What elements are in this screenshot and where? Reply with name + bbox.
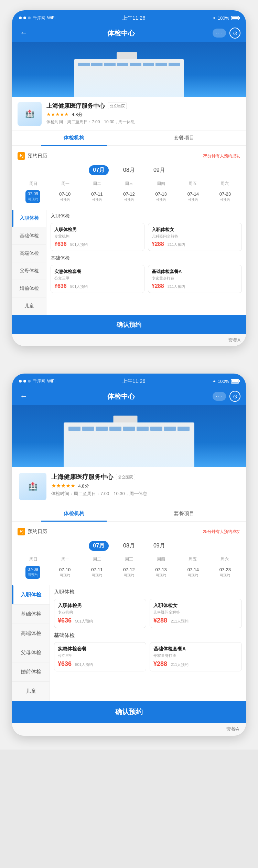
- cat-wedding-2[interactable]: 婚前体检: [12, 662, 50, 682]
- month-tab-07-2[interactable]: 07月: [89, 541, 109, 551]
- pkg-card-basic-1[interactable]: 基础体检套餐A 专家量身打造 ¥288 211人预约: [148, 265, 242, 293]
- month-tabs-1: 07月 08月 09月: [12, 163, 246, 178]
- cat-employment-1[interactable]: 入职体检: [12, 210, 46, 227]
- pkg-card-value-2[interactable]: 实惠体检套餐 公立三甲 ¥636 501人预约: [54, 642, 146, 671]
- month-tab-07-1[interactable]: 07月: [89, 165, 109, 175]
- day-0714-1[interactable]: 07-14 可预约: [178, 189, 208, 205]
- day-0710-1[interactable]: 07-10 可预约: [50, 189, 80, 205]
- appt-notice-1: 25分钟有人预约成功: [203, 153, 240, 159]
- battery-icon-1: [231, 16, 239, 20]
- month-tab-08-1[interactable]: 08月: [119, 165, 139, 175]
- cat-wedding-1[interactable]: 婚前体检: [12, 280, 46, 297]
- pkg-desc-value-1: 公立三甲: [54, 276, 141, 281]
- pkg-price-female-2: ¥288: [153, 617, 167, 624]
- appt-label-1: 预约日历: [28, 153, 47, 159]
- partial-row-1: 套餐A: [12, 334, 246, 346]
- carrier-label-2: 千库网: [33, 378, 45, 384]
- cat-basic-1[interactable]: 基础体检: [12, 227, 46, 245]
- pkg-name-female-1: 入职体检女: [152, 227, 238, 233]
- pkg-price-row-female-2: ¥288 211人预约: [153, 617, 238, 624]
- hospital-name-row-1: 上海健康医疗服务中心 公立医院: [46, 102, 240, 110]
- wh-sat-1: 周六: [208, 181, 240, 187]
- pkg-price-row-value-2: ¥636 501人预约: [58, 660, 142, 668]
- cat-parent-1[interactable]: 父母体检: [12, 262, 46, 280]
- hospital-info-2: 上海健康医疗服务中心 公立医院 ★★★★★ 4.8分 体检时间：周二至周日：7:…: [51, 473, 239, 497]
- menu-dots-1[interactable]: ···: [213, 29, 226, 38]
- cat-children-1[interactable]: 儿童: [12, 297, 46, 315]
- tab-institution-1[interactable]: 体检机构: [19, 130, 129, 145]
- day-0709-1[interactable]: 07-09 可预约: [18, 189, 48, 205]
- wh-mon-2: 周一: [50, 556, 82, 562]
- wh-thu-1: 周四: [145, 181, 177, 187]
- menu-dots-2[interactable]: ···: [213, 392, 226, 401]
- cat-children-2[interactable]: 儿童: [12, 682, 50, 701]
- packages-content-1: 入职体检 入职体检男 专业机构 ¥636 501人预约 入职体检女 儿科疑问全解…: [46, 210, 246, 315]
- pkg-count-basic-2: 211人预约: [171, 662, 189, 667]
- confirm-button-1[interactable]: 确认预约: [12, 315, 246, 334]
- tab-packages-2[interactable]: 套餐项目: [129, 506, 239, 521]
- day-0713-2[interactable]: 07-13 可预约: [146, 564, 176, 581]
- day-0723-2[interactable]: 07-23 可预约: [210, 564, 240, 581]
- battery-icon-2: [231, 379, 239, 384]
- tab-packages-1[interactable]: 套餐项目: [129, 130, 239, 145]
- nav-bar-1: ← 体检中心 ··· ⊙: [12, 24, 246, 42]
- section-tabs-1: 体检机构 套餐项目: [12, 130, 246, 146]
- carrier-label-1: 千库网: [33, 15, 45, 21]
- month-tab-08-2[interactable]: 08月: [119, 541, 139, 551]
- wh-wed-1: 周三: [113, 181, 145, 187]
- thumb-inner-1: 🏥: [18, 102, 42, 126]
- day-0711-2[interactable]: 07-11 可预约: [82, 564, 112, 581]
- pkg-card-male-2[interactable]: 入职体检男 专业机构 ¥636 501人预约: [54, 599, 146, 628]
- day-0714-2[interactable]: 07-14 可预约: [178, 564, 208, 581]
- pkg-desc-male-2: 专业机构: [58, 610, 142, 615]
- category-list-1: 入职体检 基础体检 高端体检 父母体检 婚前体检 儿童: [12, 210, 46, 315]
- month-tab-09-2[interactable]: 09月: [149, 541, 169, 551]
- pkg-desc-male-1: 专业机构: [54, 234, 141, 239]
- pkg-card-male-1[interactable]: 入职体检男 专业机构 ¥636 501人预约: [51, 223, 144, 251]
- signal-dot-1: [19, 17, 22, 19]
- packages-content-2: 入职体检 入职体检男 专业机构 ¥636 501人预约 入职体检女 儿科疑问全解…: [50, 585, 246, 701]
- week-days-2: 07-09 可预约 07-10 可预约 07-11 可预约: [18, 564, 240, 581]
- building-bg-2: [12, 405, 246, 467]
- pkg-card-value-1[interactable]: 实惠体检套餐 公立三甲 ¥636 501人预约: [51, 265, 144, 293]
- pkg-card-basic-2[interactable]: 基础体检套餐A 专家量身打造 ¥288 211人预约: [150, 642, 242, 671]
- month-tabs-2: 07月 08月 09月: [12, 538, 246, 554]
- cat-basic-2[interactable]: 基础体检: [12, 605, 50, 624]
- cat-employment-2[interactable]: 入职体检: [12, 585, 50, 605]
- wifi-icon-2: WiFi: [47, 379, 55, 384]
- camera-button-1[interactable]: ⊙: [229, 28, 240, 39]
- cat-premium-1[interactable]: 高端体检: [12, 245, 46, 262]
- day-0712-2[interactable]: 07-12 可预约: [114, 564, 144, 581]
- pkg-card-female-2[interactable]: 入职体检女 儿科疑问全解答 ¥288 211人预约: [150, 599, 242, 628]
- calendar-header-2: 约 预约日历 25分钟有人预约成功: [12, 525, 246, 538]
- partial-label-1: 套餐A: [228, 337, 240, 343]
- cat-parent-2[interactable]: 父母体检: [12, 643, 50, 662]
- partial-label-2: 套餐A: [226, 726, 239, 732]
- pkg-name-male-1: 入职体检男: [54, 227, 141, 233]
- pkg-count-female-2: 211人预约: [171, 619, 189, 623]
- camera-button-2[interactable]: ⊙: [229, 391, 240, 402]
- back-button-2[interactable]: ←: [18, 390, 30, 402]
- pkg-price-basic-2: ¥288: [153, 660, 167, 667]
- signal-dot-3: [28, 17, 31, 19]
- back-button-1[interactable]: ←: [18, 27, 30, 39]
- day-0711-1[interactable]: 07-11 可预约: [82, 189, 112, 205]
- day-0709-2[interactable]: 07-09 可预约: [18, 564, 48, 581]
- hospital-info-1: 上海健康医疗服务中心 公立医院 ★★★★★ 4.8分 体检时间：周二至周日：7:…: [46, 102, 240, 125]
- confirm-button-2[interactable]: 确认预约: [12, 701, 246, 723]
- day-0723-1[interactable]: 07-23 可预约: [210, 189, 240, 205]
- day-0712-1[interactable]: 07-12 可预约: [114, 189, 144, 205]
- cat-premium-2[interactable]: 高端体检: [12, 624, 50, 643]
- pkg-card-female-1[interactable]: 入职体检女 儿科疑问全解答 ¥288 211人预约: [148, 223, 242, 251]
- pkg-desc-female-1: 儿科疑问全解答: [152, 234, 238, 239]
- wh-sun-2: 周日: [18, 556, 50, 562]
- day-0710-2[interactable]: 07-10 可预约: [50, 564, 80, 581]
- pkg-subtitle-1-1: 入职体检: [51, 213, 242, 219]
- pkg-subtitle-1-2: 入职体检: [54, 589, 242, 595]
- bluetooth-icon-1: ✦: [212, 15, 216, 21]
- pkg-count-value-2: 501人预约: [75, 662, 93, 667]
- hospital-thumb-1: 🏥: [18, 102, 42, 126]
- day-0713-1[interactable]: 07-13 可预约: [146, 189, 176, 205]
- month-tab-09-1[interactable]: 09月: [149, 165, 169, 175]
- tab-institution-2[interactable]: 体检机构: [19, 506, 129, 521]
